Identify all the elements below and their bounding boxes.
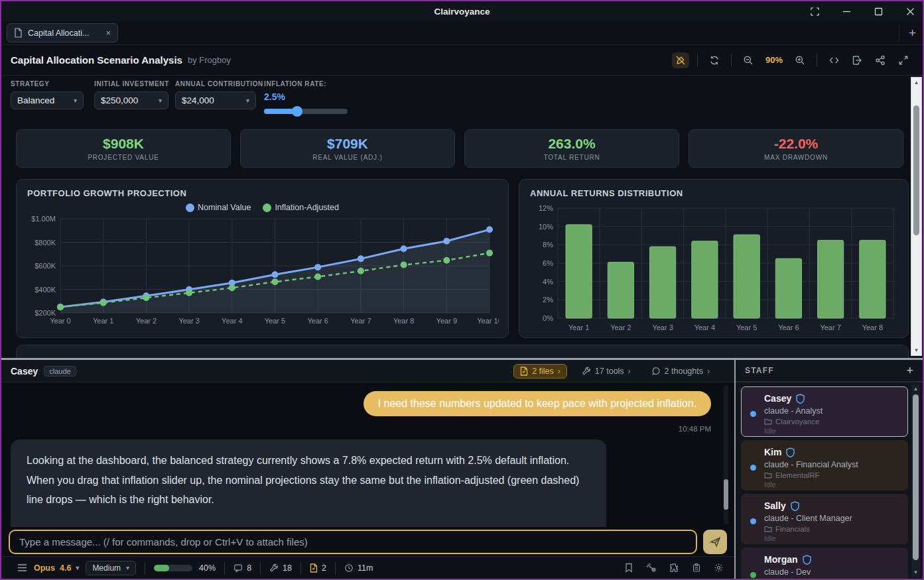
export-icon — [852, 55, 862, 66]
thought-bubble-icon — [651, 367, 661, 376]
minimize-button[interactable] — [839, 4, 854, 19]
dashboard-scroll-thumb[interactable] — [913, 105, 919, 235]
statusbar-divider — [224, 562, 225, 574]
puzzle-icon[interactable] — [669, 563, 679, 573]
staff-card-sally[interactable]: Sally claude - Client Manager Financials… — [741, 494, 908, 544]
assistant-text: But if you're asking whether the — [27, 526, 177, 527]
focus-mode-icon[interactable] — [807, 4, 822, 19]
staff-scrollbar[interactable]: ▲ ▼ — [911, 384, 920, 577]
new-tab-button[interactable]: + — [899, 25, 916, 42]
zoom-level: 90% — [763, 55, 785, 65]
chat-scrollbar[interactable] — [724, 385, 728, 524]
wrench-icon — [582, 367, 591, 376]
staff-card-morgan[interactable]: Morgan claude - Dev Clairvoyance Idle — [741, 548, 908, 579]
kpi-total-return: 263.0% TOTAL RETURN — [464, 129, 679, 168]
inflation-slider-thumb[interactable] — [292, 106, 302, 117]
annual-contribution-label: ANNUAL CONTRIBUTION — [175, 80, 263, 87]
inflation-slider[interactable] — [264, 109, 348, 114]
svg-text:8%: 8% — [543, 241, 553, 249]
initial-investment-select[interactable]: $250,000 ▾ — [94, 91, 168, 109]
svg-text:Year 5: Year 5 — [265, 317, 285, 325]
strategy-select[interactable]: Balanced ▾ — [11, 91, 84, 109]
refresh-button[interactable] — [706, 52, 723, 68]
staff-scroll-thumb[interactable] — [913, 394, 919, 560]
tools-pill[interactable]: 17 tools › — [576, 365, 637, 378]
chevron-down-icon: ▾ — [126, 564, 129, 571]
staff-title: STAFF — [745, 366, 774, 375]
mcp-connector-icon[interactable] — [646, 563, 657, 573]
context-usage-percent: 40% — [199, 563, 216, 573]
staff-status: Idle — [764, 534, 901, 542]
dashboard: STRATEGY Balanced ▾ INITIAL INVESTMENT $… — [1, 76, 923, 358]
hamburger-menu-icon[interactable] — [17, 563, 27, 572]
kpi-value: $908K — [103, 136, 144, 152]
page-byline: by Frogboy — [188, 55, 231, 65]
staff-name: Morgan — [764, 554, 798, 565]
add-staff-button[interactable]: + — [906, 364, 913, 378]
status-dot — [750, 518, 756, 524]
annual-contribution-select[interactable]: $24,000 ▾ — [175, 91, 256, 109]
file-count-chip[interactable]: 2 — [310, 563, 326, 573]
staff-card-casey[interactable]: Casey claude - Analyst Clairvoyance Idle — [741, 386, 908, 437]
maximize-button[interactable] — [871, 4, 886, 19]
agent-name: Casey — [11, 366, 38, 377]
paper-plane-icon — [710, 536, 721, 548]
zoom-out-button[interactable] — [740, 52, 757, 68]
strategy-value: Balanced — [17, 95, 54, 105]
files-pill[interactable]: 2 files › — [513, 364, 567, 378]
svg-text:Year 3: Year 3 — [652, 323, 673, 331]
kpi-value: -22.0% — [774, 136, 819, 152]
svg-text:Year 2: Year 2 — [610, 323, 631, 331]
kpi-row: $908K PROJECTED VALUE $709K REAL VALUE (… — [16, 129, 903, 168]
chart-title: ANNUAL RETURNS DISTRIBUTION — [530, 188, 897, 198]
staff-header: STAFF + — [736, 360, 923, 382]
folder-icon — [764, 472, 772, 479]
scroll-up-icon[interactable]: ▲ — [911, 386, 920, 392]
staff-card-kim[interactable]: Kim claude - Financial Analyst Elemental… — [741, 440, 908, 491]
tool-count-chip[interactable]: 18 — [269, 563, 292, 573]
gear-icon[interactable] — [714, 563, 724, 573]
zoom-in-button[interactable] — [791, 52, 809, 68]
edit-mode-off-button[interactable] — [672, 52, 689, 68]
chat-scroll-thumb[interactable] — [724, 479, 728, 510]
chevron-down-icon: ▾ — [241, 97, 249, 104]
export-button[interactable] — [848, 52, 866, 68]
statusbar-divider — [145, 562, 145, 574]
page-title: Capital Allocation Scenario Analysis — [11, 54, 182, 66]
scroll-up-icon[interactable]: ▲ — [911, 80, 921, 86]
bookmark-icon[interactable] — [624, 563, 633, 573]
thoughts-pill[interactable]: 2 thoughts › — [645, 365, 716, 378]
model-name: Opus — [34, 563, 55, 573]
clipboard-icon[interactable] — [692, 563, 701, 573]
view-code-button[interactable] — [825, 52, 842, 68]
svg-text:$400K: $400K — [34, 286, 56, 294]
tools-pill-label: 17 tools — [595, 367, 624, 376]
close-button[interactable] — [903, 4, 917, 19]
message-count: 8 — [247, 563, 251, 573]
chevron-right-icon: › — [707, 367, 710, 376]
send-button[interactable] — [703, 530, 727, 554]
legend-nominal: Nominal Value — [186, 203, 251, 212]
model-selector[interactable]: Opus 4.6 ▾ — [34, 563, 79, 573]
effort-selector[interactable]: Medium ▾ — [86, 561, 136, 575]
annual-returns-card: ANNUAL RETURNS DISTRIBUTION 0%2%4%6%8%10… — [519, 179, 909, 338]
scroll-down-icon[interactable]: ▼ — [911, 347, 921, 353]
tab-capital-allocation[interactable]: Capital Allocati... × — [7, 23, 118, 42]
thoughts-pill-label: 2 thoughts — [665, 367, 703, 376]
statusbar-divider — [300, 562, 301, 574]
strategy-label: STRATEGY — [11, 80, 84, 87]
file-icon — [14, 28, 23, 38]
message-count-chip[interactable]: 8 — [233, 563, 251, 573]
initial-investment-value: $250,000 — [101, 95, 138, 105]
file-icon — [520, 367, 528, 376]
status-bar: Opus 4.6 ▾ Medium ▾ 40% 8 18 — [1, 556, 734, 579]
share-button[interactable] — [872, 52, 889, 68]
shield-icon — [803, 555, 811, 565]
scroll-down-icon[interactable]: ▼ — [911, 569, 920, 575]
initial-investment-label: INITIAL INVESTMENT — [94, 80, 169, 87]
file-count: 2 — [322, 563, 326, 573]
tab-close-icon[interactable]: × — [105, 28, 111, 38]
dashboard-scrollbar[interactable]: ▲ ▼ — [911, 77, 922, 356]
expand-button[interactable] — [895, 52, 912, 68]
message-input[interactable] — [9, 530, 697, 554]
